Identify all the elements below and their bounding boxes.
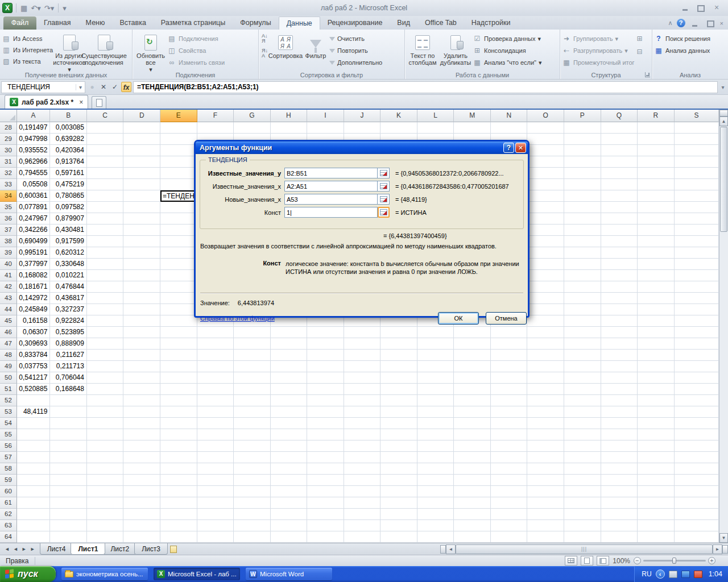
cell-S55[interactable] (675, 429, 719, 440)
cell-N50[interactable] (491, 372, 528, 384)
cell-B42[interactable]: 0,476844 (50, 281, 87, 293)
cell-P53[interactable] (564, 406, 601, 418)
dialog-title-bar[interactable]: Аргументы функции ? ✕ (196, 142, 528, 154)
cell-P45[interactable] (564, 315, 601, 327)
cell-R57[interactable] (638, 452, 675, 463)
cell-D54[interactable] (123, 418, 160, 429)
cell-D34[interactable] (123, 190, 160, 202)
cell-A29[interactable]: 0,947998 (17, 134, 51, 145)
cell-B31[interactable]: 0,913764 (50, 156, 87, 168)
cell-D30[interactable] (123, 145, 160, 156)
cell-J46[interactable] (344, 327, 381, 338)
cell-B47[interactable]: 0,888909 (50, 338, 87, 350)
cell-E41[interactable] (160, 270, 197, 281)
cell-N60[interactable] (491, 486, 528, 497)
cell-G63[interactable] (234, 520, 271, 531)
cell-L48[interactable] (417, 350, 454, 361)
cell-C33[interactable] (87, 179, 124, 190)
cell-M50[interactable] (454, 372, 491, 384)
cell-C37[interactable] (87, 225, 124, 236)
cell-I46[interactable] (307, 327, 344, 338)
cell-D52[interactable] (123, 395, 160, 406)
cell-O62[interactable] (527, 509, 564, 520)
cell-I54[interactable] (307, 418, 344, 429)
cell-B55[interactable] (50, 429, 87, 440)
cell-E44[interactable] (160, 304, 197, 315)
cell-D60[interactable] (123, 486, 160, 497)
cell-H51[interactable] (271, 384, 308, 395)
cell-F55[interactable] (197, 429, 234, 440)
cell-G50[interactable] (234, 372, 271, 384)
cell-D28[interactable] (123, 122, 160, 134)
function-help-link[interactable]: Справка по этой функции (200, 315, 275, 322)
cell-F58[interactable] (197, 463, 234, 475)
cell-K52[interactable] (380, 395, 417, 406)
cell-J57[interactable] (344, 452, 381, 463)
cell-I62[interactable] (307, 509, 344, 520)
column-header-S[interactable]: S (675, 110, 719, 122)
cell-M52[interactable] (454, 395, 491, 406)
cell-H55[interactable] (271, 429, 308, 440)
cell-R37[interactable] (638, 225, 675, 236)
cell-C40[interactable] (87, 259, 124, 270)
row-header-43[interactable]: 43 (0, 293, 17, 304)
cell-P48[interactable] (564, 350, 601, 361)
cell-B62[interactable] (50, 509, 87, 520)
cell-Q28[interactable] (601, 122, 638, 134)
cell-M55[interactable] (454, 429, 491, 440)
cell-O44[interactable] (527, 304, 564, 315)
cell-B32[interactable]: 0,597161 (50, 168, 87, 179)
cell-A43[interactable]: 0,142972 (17, 293, 51, 304)
cell-D48[interactable] (123, 350, 160, 361)
cell-Q41[interactable] (601, 270, 638, 281)
cell-Q51[interactable] (601, 384, 638, 395)
cell-P47[interactable] (564, 338, 601, 350)
cell-C42[interactable] (87, 281, 124, 293)
cell-A35[interactable]: 0,077891 (17, 202, 51, 213)
cell-M60[interactable] (454, 486, 491, 497)
cell-A50[interactable]: 0,541217 (17, 372, 51, 384)
cell-S54[interactable] (675, 418, 719, 429)
consolidate-button[interactable]: ⊞Консолидация (473, 45, 542, 56)
document-tab-active[interactable]: X лаб раб 2.xlsx * × (5, 95, 88, 109)
range-selector-icon[interactable] (378, 168, 390, 178)
dialog-help-icon[interactable]: ? (503, 143, 514, 153)
cell-R29[interactable] (638, 134, 675, 145)
cell-J52[interactable] (344, 395, 381, 406)
minimize-button[interactable] (679, 4, 690, 12)
cell-R30[interactable] (638, 145, 675, 156)
cell-D37[interactable] (123, 225, 160, 236)
tray-chevron-icon[interactable]: ‹ (656, 569, 665, 579)
column-header-B[interactable]: B (50, 110, 87, 122)
cell-K28[interactable] (380, 122, 417, 134)
tab-office-tab[interactable]: Office Tab (417, 16, 464, 30)
cell-B63[interactable] (50, 520, 87, 531)
cell-R45[interactable] (638, 315, 675, 327)
next-sheet-icon[interactable]: ► (22, 546, 27, 552)
cell-S31[interactable] (675, 156, 719, 168)
cell-K64[interactable] (380, 531, 417, 543)
workbook-restore-button[interactable] (705, 19, 716, 27)
cell-K46[interactable] (380, 327, 417, 338)
cell-B40[interactable]: 0,330648 (50, 259, 87, 270)
cell-O37[interactable] (527, 225, 564, 236)
cell-C30[interactable] (87, 145, 124, 156)
cell-R48[interactable] (638, 350, 675, 361)
cell-O53[interactable] (527, 406, 564, 418)
sort-az-icon[interactable]: А↓Я (262, 34, 268, 44)
cell-S32[interactable] (675, 168, 719, 179)
cell-F54[interactable] (197, 418, 234, 429)
cell-I50[interactable] (307, 372, 344, 384)
cell-B54[interactable] (50, 418, 87, 429)
cell-D61[interactable] (123, 497, 160, 509)
first-sheet-icon[interactable]: ◄ (5, 546, 10, 552)
row-header-40[interactable]: 40 (0, 259, 17, 270)
new-document-tab-button[interactable] (92, 96, 106, 109)
workbook-minimize-button[interactable] (689, 20, 701, 27)
cell-S49[interactable] (675, 361, 719, 372)
cell-S46[interactable] (675, 327, 719, 338)
cell-M63[interactable] (454, 520, 491, 531)
cell-Q46[interactable] (601, 327, 638, 338)
cell-O40[interactable] (527, 259, 564, 270)
cell-R32[interactable] (638, 168, 675, 179)
